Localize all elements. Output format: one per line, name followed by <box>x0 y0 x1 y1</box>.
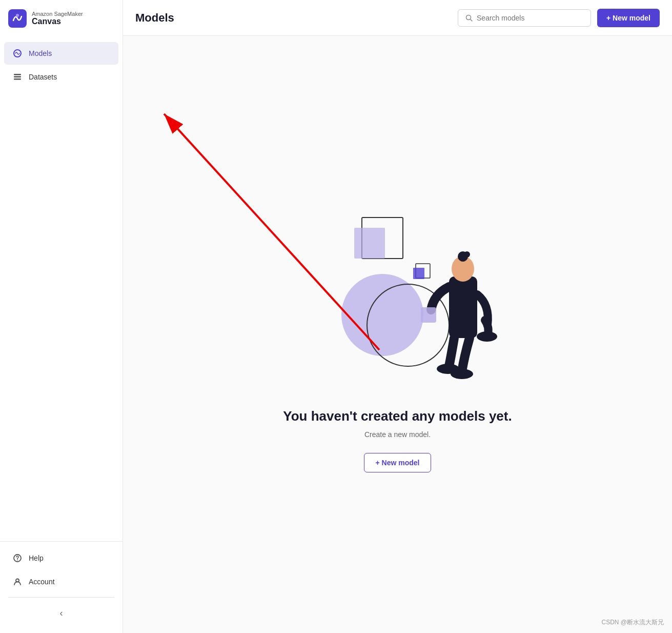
models-label: Models <box>29 49 52 57</box>
svg-point-24 <box>477 331 497 342</box>
svg-point-23 <box>451 369 473 379</box>
illustration-svg <box>275 197 521 382</box>
datasets-icon <box>12 72 23 82</box>
sidebar-collapse-button[interactable]: ‹ <box>0 602 123 625</box>
main-area: You haven't created any models yet. Crea… <box>123 36 672 633</box>
svg-rect-12 <box>354 228 385 259</box>
sidebar-item-datasets[interactable]: Datasets <box>4 66 118 88</box>
page-title: Models <box>135 11 174 25</box>
new-model-button-empty[interactable]: + New model <box>364 453 432 472</box>
empty-title: You haven't created any models yet. <box>283 408 512 424</box>
brand-top: Amazon SageMaker <box>32 11 83 17</box>
svg-rect-4 <box>14 76 21 78</box>
search-input[interactable] <box>477 14 583 22</box>
page-header: Models + New model <box>123 0 672 36</box>
models-icon <box>12 48 23 58</box>
svg-line-10 <box>471 19 473 21</box>
sidebar-nav: Models Datasets <box>0 37 123 541</box>
sidebar-item-models[interactable]: Models <box>4 42 118 65</box>
empty-state: You haven't created any models yet. Crea… <box>275 197 521 472</box>
empty-subtitle: Create a new model. <box>364 430 431 439</box>
help-label: Help <box>29 554 44 562</box>
sidebar-bottom: Help Account ‹ <box>0 541 123 633</box>
brand-name: Canvas <box>32 17 83 26</box>
sidebar-item-account[interactable]: Account <box>4 570 118 593</box>
search-icon <box>465 14 473 22</box>
sidebar-item-help[interactable]: Help <box>4 547 118 569</box>
svg-rect-14 <box>413 268 424 279</box>
account-icon <box>12 577 23 587</box>
search-box[interactable] <box>458 9 591 27</box>
help-icon <box>12 553 23 563</box>
svg-point-15 <box>341 274 423 356</box>
svg-rect-3 <box>14 74 21 75</box>
empty-illustration <box>275 197 521 392</box>
collapse-icon: ‹ <box>60 608 63 619</box>
datasets-label: Datasets <box>29 73 57 81</box>
svg-point-20 <box>464 251 470 258</box>
svg-rect-21 <box>421 307 436 323</box>
new-model-button-header[interactable]: + New model <box>597 9 660 27</box>
sidebar-logo: Amazon SageMaker Canvas <box>0 0 123 37</box>
watermark: CSDN @断水流大斯兄 <box>601 618 664 627</box>
sidebar: Amazon SageMaker Canvas Models <box>0 0 123 633</box>
svg-rect-5 <box>14 78 21 80</box>
svg-point-1 <box>16 14 19 17</box>
main-content: Models + New model <box>123 0 672 633</box>
app-logo-icon <box>8 9 27 28</box>
account-label: Account <box>29 578 55 586</box>
logo-text: Amazon SageMaker Canvas <box>32 11 83 26</box>
svg-point-7 <box>17 560 18 561</box>
header-actions: + New model <box>458 9 660 27</box>
